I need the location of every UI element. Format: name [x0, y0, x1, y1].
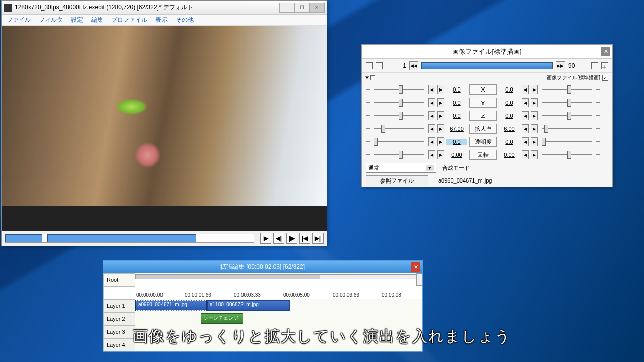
spin-left-dec[interactable]: ◀: [428, 124, 435, 133]
spin-left-dec[interactable]: ◀: [428, 150, 435, 159]
maximize-button[interactable]: ☐: [294, 3, 309, 13]
minimize-button[interactable]: —: [279, 3, 294, 13]
slider-left[interactable]: [374, 102, 424, 103]
spin-left-dec[interactable]: ◀: [428, 137, 435, 146]
add-icon[interactable]: +: [601, 62, 608, 69]
root-button[interactable]: Root: [103, 273, 135, 286]
frame-start-prev[interactable]: ◀◀: [409, 61, 418, 70]
param-name-button[interactable]: X: [469, 84, 497, 95]
spin-right-dec[interactable]: ◀: [522, 150, 529, 159]
frame-end-next[interactable]: ▶▶: [556, 61, 565, 70]
timeline-close-button[interactable]: ✕: [411, 262, 420, 272]
play-button[interactable]: ▶: [260, 233, 271, 244]
slider-left[interactable]: [374, 154, 424, 155]
goto-start-button[interactable]: |◀: [299, 233, 310, 244]
spin-left-inc[interactable]: ▶: [437, 137, 444, 146]
spin-left-inc[interactable]: ▶: [437, 124, 444, 133]
enable-checkbox[interactable]: ✓: [602, 75, 608, 81]
menu-edit[interactable]: 編集: [88, 15, 106, 25]
param-left-val[interactable]: 67.00: [446, 126, 467, 132]
param-right-val[interactable]: 0.0: [499, 113, 520, 119]
spin-right-dec[interactable]: ◀: [522, 85, 529, 94]
audio-waveform[interactable]: [2, 206, 327, 231]
layer-1-label[interactable]: Layer 1: [103, 299, 135, 312]
object-icon[interactable]: [370, 75, 375, 80]
param-left-val[interactable]: 0.0: [446, 86, 467, 93]
spin-left-dec[interactable]: ◀: [428, 85, 435, 94]
video-preview[interactable]: [2, 26, 327, 206]
goto-end-button[interactable]: ▶|: [312, 233, 324, 244]
param-right-val[interactable]: 0.00: [499, 152, 520, 158]
timeline-titlebar[interactable]: 拡張編集 [00:00:02.03] [62/322] ✕: [103, 261, 422, 273]
timeline-ruler[interactable]: 00:00:00.00 00:00:01.66 00:00:03.33 00:0…: [135, 286, 422, 299]
param-name-button[interactable]: 拡大率: [469, 124, 497, 134]
param-right-val[interactable]: 0.0: [499, 100, 520, 106]
param-name-button[interactable]: 回転: [469, 150, 497, 160]
track-layer-2[interactable]: シーンチェンジ: [135, 312, 422, 325]
close-button[interactable]: ✕: [309, 3, 325, 13]
step-fwd-button[interactable]: |▶: [286, 233, 297, 244]
track-layer-1[interactable]: a0960_004671_m.jpg a1180_006872_m.jpg: [135, 299, 422, 312]
step-back-button[interactable]: ◀|: [273, 233, 284, 244]
param-left-val[interactable]: 0.0: [446, 100, 467, 106]
frame-range-bar[interactable]: [421, 62, 553, 69]
properties-close-button[interactable]: ✕: [601, 47, 610, 56]
menu-profile[interactable]: プロファイル: [108, 15, 150, 25]
properties-title[interactable]: 画像ファイル[標準描画] ✕: [362, 45, 612, 59]
spin-left-inc[interactable]: ▶: [437, 111, 444, 120]
slider-right[interactable]: [542, 154, 592, 155]
menu-view[interactable]: 表示: [152, 15, 171, 25]
frame-start[interactable]: 1: [386, 62, 406, 69]
menu-file[interactable]: ファイル: [4, 15, 34, 25]
slider-left[interactable]: [374, 89, 424, 90]
spin-right-dec[interactable]: ◀: [522, 98, 529, 107]
spin-left-inc[interactable]: ▶: [437, 98, 444, 107]
spin-right-inc[interactable]: ▶: [531, 85, 538, 94]
timeline-h-scrollbar[interactable]: [135, 274, 416, 279]
spin-right-inc[interactable]: ▶: [531, 124, 538, 133]
spin-right-inc[interactable]: ▶: [531, 137, 538, 146]
spin-left-dec[interactable]: ◀: [428, 111, 435, 120]
spin-right-dec[interactable]: ◀: [522, 124, 529, 133]
scrub-bar[interactable]: [5, 234, 254, 243]
param-name-button[interactable]: Y: [469, 98, 497, 108]
slider-right[interactable]: [542, 115, 592, 116]
spin-right-dec[interactable]: ◀: [522, 111, 529, 120]
menu-settings[interactable]: 設定: [68, 15, 86, 25]
slider-right[interactable]: [542, 102, 592, 103]
param-right-val[interactable]: 6.00: [499, 126, 520, 132]
param-left-val[interactable]: 0.00: [446, 152, 467, 158]
spin-right-dec[interactable]: ◀: [522, 137, 529, 146]
anchor-icon[interactable]: [591, 62, 598, 69]
slider-right[interactable]: [542, 141, 592, 142]
spin-left-inc[interactable]: ▶: [437, 150, 444, 159]
slider-left[interactable]: [374, 128, 424, 129]
timeline-v-scrollbar[interactable]: [416, 273, 422, 286]
frame-end[interactable]: 90: [568, 62, 588, 69]
layer-2-label[interactable]: Layer 2: [103, 312, 135, 325]
menu-other[interactable]: その他: [173, 15, 197, 25]
param-name-button[interactable]: 透明度: [469, 137, 497, 147]
slider-left[interactable]: [374, 141, 424, 142]
param-left-val[interactable]: 0.0: [446, 139, 467, 145]
param-right-val[interactable]: 0.0: [499, 139, 520, 145]
spin-left-dec[interactable]: ◀: [428, 98, 435, 107]
preview-titlebar[interactable]: 1280x720_30fps_48000Hz.exedit (1280,720)…: [2, 1, 327, 15]
clip-image-2[interactable]: a1180_006872_m.jpg: [207, 300, 290, 311]
slider-right[interactable]: [542, 89, 592, 90]
spin-left-inc[interactable]: ▶: [437, 85, 444, 94]
spin-right-inc[interactable]: ▶: [531, 150, 538, 159]
browse-file-button[interactable]: 参照ファイル: [366, 175, 428, 186]
slider-left[interactable]: [374, 115, 424, 116]
menu-filter[interactable]: フィルタ: [36, 15, 66, 25]
layer-icon-1[interactable]: [366, 62, 373, 69]
timeline-zoom[interactable]: [103, 286, 135, 299]
spin-right-inc[interactable]: ▶: [531, 98, 538, 107]
param-left-val[interactable]: 0.0: [446, 113, 467, 119]
param-right-val[interactable]: 0.0: [499, 86, 520, 93]
clip-scene-change[interactable]: シーンチェンジ: [201, 313, 243, 324]
param-name-button[interactable]: Z: [469, 111, 497, 121]
slider-right[interactable]: [542, 128, 592, 129]
layer-icon-2[interactable]: [376, 62, 383, 69]
collapse-icon[interactable]: [365, 77, 369, 79]
